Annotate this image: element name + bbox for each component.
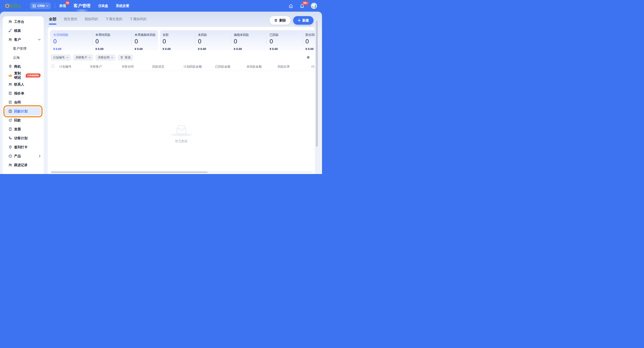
sidebar-item-label: 签到打卡 bbox=[14, 145, 28, 149]
stat-amount: ¥ 0.00 bbox=[96, 47, 129, 50]
sidebar-item-label: 发票 bbox=[14, 127, 21, 132]
filter-button[interactable]: 筛选 bbox=[118, 54, 133, 61]
stat-label: 本周逾期未回款 bbox=[134, 33, 159, 37]
column-header: 未回款金额 bbox=[246, 65, 262, 69]
sidebar-item-quotes[interactable]: ¥ 报价单 bbox=[3, 89, 44, 98]
horizontal-scrollbar-track[interactable] bbox=[51, 171, 313, 173]
svg-text:¥: ¥ bbox=[10, 94, 12, 96]
nav-item-label: 客户管理 bbox=[74, 3, 90, 8]
cube-icon bbox=[8, 154, 12, 158]
phone-icon bbox=[8, 136, 12, 140]
sidebar-item-label: 商机 bbox=[14, 64, 21, 69]
notifications-bell-icon[interactable]: 99+ bbox=[300, 3, 304, 8]
stat-unpaid: 未回款 0 ¥ 0.00 bbox=[198, 33, 232, 50]
chevron-right-icon bbox=[39, 155, 40, 158]
sidebar-item-contracts[interactable]: 合同 bbox=[3, 98, 44, 107]
column-settings-gear-icon[interactable] bbox=[306, 55, 310, 60]
sidebar-item-label: 工作台 bbox=[14, 20, 24, 24]
sidebar: 工作台 线索 客户 客户管理 公海 ¥ 商机 复制销冠 打造销冠团队 联系人 ¥… bbox=[3, 16, 44, 174]
sidebar-item-products[interactable]: 产品 bbox=[3, 152, 44, 160]
empty-state: 暂无数据 bbox=[48, 124, 315, 143]
delete-button[interactable]: 删除 bbox=[270, 16, 290, 25]
logo-letters-krs: KRs bbox=[10, 2, 21, 9]
stat-amount: ¥ 0.00 bbox=[162, 47, 196, 50]
svg-text:¥: ¥ bbox=[10, 128, 11, 130]
nav-item-system-settings[interactable]: 系统设置 bbox=[116, 4, 129, 8]
payment-status-stat-card: 全部 0 ¥ 0.00 未回款 0 ¥ 0.00 逾期未回款 0 ¥ 0.00 … bbox=[160, 30, 315, 50]
home-icon[interactable] bbox=[288, 3, 293, 8]
nav-item-discover[interactable]: 发现 78 bbox=[59, 4, 66, 8]
filter-related-contract[interactable]: 关联合同 bbox=[96, 54, 116, 61]
nav-item-dashboard[interactable]: 仪表盘 bbox=[98, 4, 108, 8]
column-header: 计划编号 bbox=[59, 65, 72, 69]
stat-amount: ¥ 0.00 bbox=[306, 47, 315, 50]
delete-button-label: 删除 bbox=[279, 18, 286, 22]
sidebar-item-invoices[interactable]: ¥ 发票 bbox=[3, 125, 44, 134]
stat-paid: 已回款 0 ¥ 0.00 bbox=[270, 33, 303, 50]
stat-count: 0 bbox=[198, 38, 232, 44]
column-header: 计划回款金额 bbox=[184, 65, 202, 69]
route-icon bbox=[8, 29, 12, 33]
create-button-label: 新建 bbox=[302, 18, 309, 22]
filter-row: 计划编号 关联客户 关联合同 筛选 bbox=[50, 54, 133, 61]
view-tabs: 全部 我负责的 我协同的 下属负责的 下属协同的 bbox=[49, 16, 146, 22]
funnel-icon bbox=[120, 56, 123, 59]
tab-all[interactable]: 全部 bbox=[49, 16, 56, 22]
sidebar-item-payments[interactable]: ¥ 回款 bbox=[3, 116, 44, 125]
sidebar-item-label: 联系人 bbox=[14, 82, 24, 87]
table-header: 计划编号 关联客户 关联合同 回款状态 计划回款金额 已回款金额 未回款金额 回… bbox=[48, 64, 315, 70]
sidebar-item-check-in[interactable]: 签到打卡 bbox=[3, 143, 44, 152]
filter-plan-number[interactable]: 计划编号 bbox=[50, 54, 71, 61]
sidebar-item-payment-plan[interactable]: ¥ 回款计划 bbox=[3, 107, 44, 116]
crown-icon bbox=[8, 74, 12, 78]
svg-text:¥: ¥ bbox=[10, 110, 11, 112]
chevron-down-icon bbox=[111, 57, 113, 58]
sidebar-item-label: 跟进记录 bbox=[14, 163, 28, 167]
map-pin-user-icon bbox=[8, 145, 12, 149]
app-switcher-crm[interactable]: CRM bbox=[30, 2, 51, 9]
toolbar: 删除 新建 bbox=[270, 16, 314, 25]
nav-item-label: 系统设置 bbox=[116, 4, 129, 8]
stat-label: 全部 bbox=[162, 33, 196, 37]
stat-all: 全部 0 ¥ 0.00 bbox=[162, 33, 196, 50]
sidebar-item-workbench[interactable]: 工作台 bbox=[3, 17, 44, 26]
sidebar-item-public-pool[interactable]: 公海 bbox=[3, 53, 44, 62]
stat-week-pending: 本周待回款 0 ¥ 0.00 bbox=[96, 33, 129, 50]
tab-my-collaborating[interactable]: 我协同的 bbox=[85, 17, 98, 21]
sidebar-item-opportunities[interactable]: ¥ 商机 bbox=[3, 62, 44, 71]
users-icon bbox=[8, 20, 12, 24]
filter-related-customer[interactable]: 关联客户 bbox=[73, 54, 93, 61]
sidebar-item-label: 线索 bbox=[14, 29, 21, 33]
sidebar-item-label: 回款计划 bbox=[14, 109, 28, 114]
select-all-checkbox[interactable] bbox=[51, 64, 55, 68]
users-icon bbox=[8, 82, 12, 86]
refresh-yen-icon: ¥ bbox=[8, 118, 12, 122]
logo-letter-o: O bbox=[5, 2, 10, 9]
stat-label: 部分回款 bbox=[306, 33, 315, 37]
stat-amount: ¥ 0.00 bbox=[134, 47, 159, 50]
vertical-scrollbar-thumb[interactable] bbox=[316, 20, 318, 147]
filter-label: 计划编号 bbox=[53, 56, 65, 60]
document-yen-icon: ¥ bbox=[8, 91, 12, 96]
sidebar-item-visit-plan[interactable]: 访客计划 bbox=[3, 134, 44, 143]
sidebar-item-copy-top-sales[interactable]: 复制销冠 打造销冠团队 bbox=[3, 71, 44, 80]
pending-payments-stat-card: 今日待回款 0 ¥ 0.00 本周待回款 0 ¥ 0.00 本周逾期未回款 0 … bbox=[50, 30, 158, 50]
sidebar-item-leads[interactable]: 线索 bbox=[3, 26, 44, 35]
nav-item-customer-management[interactable]: 客户管理 bbox=[74, 3, 90, 9]
stat-today-pending: 今日待回款 0 ¥ 0.00 bbox=[53, 33, 87, 50]
tab-my-responsible[interactable]: 我负责的 bbox=[64, 17, 77, 21]
user-avatar[interactable] bbox=[311, 3, 317, 9]
svg-text:¥: ¥ bbox=[10, 66, 11, 67]
tab-subordinate-collaborating[interactable]: 下属协同的 bbox=[130, 17, 146, 21]
stat-divider bbox=[266, 32, 267, 45]
sidebar-item-follow-up-records[interactable]: 跟进记录 bbox=[3, 160, 44, 170]
horizontal-scrollbar-thumb[interactable] bbox=[51, 171, 208, 173]
tab-label: 下属协同的 bbox=[130, 17, 146, 21]
sidebar-item-customers[interactable]: 客户 bbox=[3, 35, 44, 44]
tab-label: 全部 bbox=[49, 17, 56, 21]
tab-subordinate-responsible[interactable]: 下属负责的 bbox=[106, 17, 122, 21]
sidebar-item-contacts[interactable]: 联系人 bbox=[3, 80, 44, 89]
sidebar-item-customer-management[interactable]: 客户管理 bbox=[3, 44, 44, 53]
stat-amount: ¥ 0.00 bbox=[270, 47, 303, 50]
create-button[interactable]: 新建 bbox=[293, 16, 314, 25]
